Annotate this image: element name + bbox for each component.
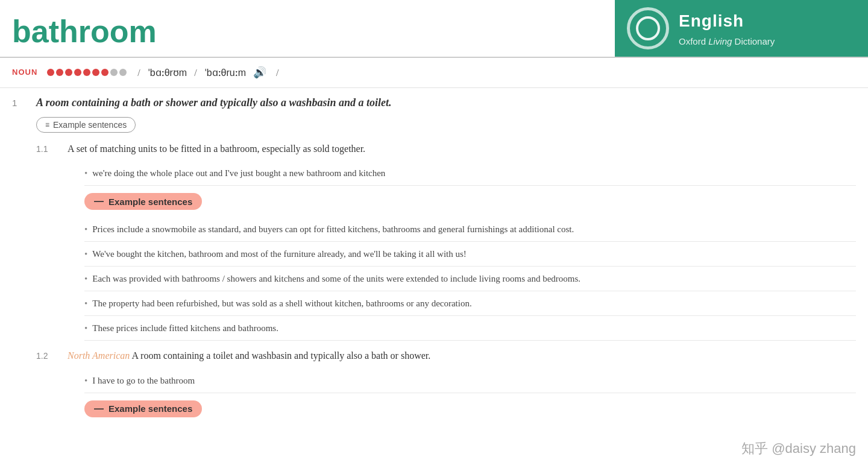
header-word-section: bathroom xyxy=(0,0,615,57)
sub-def-1-2-initial-examples: • I have to go to the bathroom xyxy=(84,368,856,393)
example-item: • we're doing the whole place out and I'… xyxy=(84,161,856,186)
definition-1-block: 1 A room containing a bath or shower and… xyxy=(12,94,856,425)
bullet: • xyxy=(84,321,87,335)
def-1-number: 1 xyxy=(12,96,27,110)
sub-def-1-2-block: 1.2 North American A room containing a t… xyxy=(36,348,856,425)
logo-text: English Oxford Living Dictionary xyxy=(679,8,775,49)
main-content: 1 A room containing a bath or shower and… xyxy=(0,88,868,440)
example-text: The property had been refurbished, but w… xyxy=(92,296,471,311)
sub-def-1-2-number: 1.2 xyxy=(36,349,58,362)
example-item: • We've bought the kitchen, bathroom and… xyxy=(84,242,856,267)
pos-label: NOUN xyxy=(12,66,37,79)
dot-4 xyxy=(74,69,81,76)
dot-5 xyxy=(83,69,90,76)
example-text: Prices include a snowmobile as standard,… xyxy=(92,222,574,236)
logo-english-label: English xyxy=(679,8,775,35)
sub-def-1-1-initial-examples: • we're doing the whole place out and I'… xyxy=(84,161,856,186)
bullet: • xyxy=(84,222,87,236)
example-item: • I have to go to the bathroom xyxy=(84,368,856,393)
slash-3: / xyxy=(276,65,278,81)
dot-2 xyxy=(56,69,63,76)
example-text: We've bought the kitchen, bathroom and m… xyxy=(92,247,467,261)
dot-1 xyxy=(47,69,54,76)
example-item: • These prices include fitted kitchens a… xyxy=(84,316,856,341)
sub-def-1-2-text: North American A room containing a toile… xyxy=(68,348,430,364)
bullet: • xyxy=(84,271,87,286)
dot-6 xyxy=(92,69,99,76)
example-sentences-btn-label: Example sentences xyxy=(53,120,127,130)
expanded-examples-button-1-1[interactable]: — Example sentences xyxy=(84,193,202,210)
bullet: • xyxy=(84,247,87,261)
def-1-text: A room containing a bath or shower and t… xyxy=(36,94,392,112)
menu-icon: ≡ xyxy=(45,121,49,129)
dot-9 xyxy=(119,69,127,76)
word-title: bathroom xyxy=(12,16,603,47)
example-text: These prices include fitted kitchens and… xyxy=(92,321,278,335)
pronunciation-row: NOUN / ˈbɑːθrʊm / ˈbɑːθruːm 🔊 / xyxy=(0,58,868,88)
logo-circle-inner xyxy=(636,16,660,40)
example-item: • The property had been refurbished, but… xyxy=(84,291,856,316)
bullet: • xyxy=(84,373,87,388)
dot-8 xyxy=(110,69,118,76)
example-text: Each was provided with bathrooms / showe… xyxy=(92,271,580,286)
dash-icon: — xyxy=(94,403,104,414)
speaker-icon[interactable]: 🔊 xyxy=(253,64,266,81)
na-label: North American xyxy=(68,350,130,361)
bullet: • xyxy=(84,296,87,311)
example-item: • Each was provided with bathrooms / sho… xyxy=(84,267,856,291)
watermark: 知乎 @daisy zhang xyxy=(741,438,856,459)
phonetic-2: ˈbɑːθruːm xyxy=(204,65,246,81)
sub-def-1-2-row: 1.2 North American A room containing a t… xyxy=(36,348,856,364)
stress-dots xyxy=(47,69,127,76)
bullet: • xyxy=(84,166,87,180)
def-1-number-row: 1 A room containing a bath or shower and… xyxy=(12,94,856,112)
header: bathroom English Oxford Living Dictionar… xyxy=(0,0,868,58)
sub-def-1-2-main-text: A room containing a toilet and washbasin… xyxy=(130,350,430,361)
sub-def-1-1-number: 1.1 xyxy=(36,142,58,156)
dot-3 xyxy=(65,69,72,76)
example-sentences-button-1[interactable]: ≡ Example sentences xyxy=(36,117,136,133)
expanded-examples-button-1-2[interactable]: — Example sentences xyxy=(84,400,202,417)
expanded-examples-1-1: • Prices include a snowmobile as standar… xyxy=(84,217,856,341)
header-logo: English Oxford Living Dictionary xyxy=(615,0,868,57)
slash-2: / xyxy=(194,65,197,81)
expanded-btn-label: Example sentences xyxy=(108,197,192,207)
example-item: • Prices include a snowmobile as standar… xyxy=(84,217,856,242)
sub-def-1-1-text: A set of matching units to be fitted in … xyxy=(68,141,365,157)
example-text: I have to go to the bathroom xyxy=(92,373,195,388)
dot-7 xyxy=(101,69,108,76)
phonetic-1: ˈbɑːθrʊm xyxy=(148,65,187,81)
page-wrapper: bathroom English Oxford Living Dictionar… xyxy=(0,0,868,471)
expanded-btn-label-1-2: Example sentences xyxy=(108,403,192,414)
sub-def-1-1-row: 1.1 A set of matching units to be fitted… xyxy=(36,141,856,157)
slash-1: / xyxy=(137,65,140,81)
logo-subtitle: Oxford Living Dictionary xyxy=(679,34,775,49)
logo-circle xyxy=(627,7,669,49)
example-text: we're doing the whole place out and I've… xyxy=(92,166,385,180)
sub-def-1-1-block: 1.1 A set of matching units to be fitted… xyxy=(36,141,856,341)
dash-icon: — xyxy=(94,196,104,207)
